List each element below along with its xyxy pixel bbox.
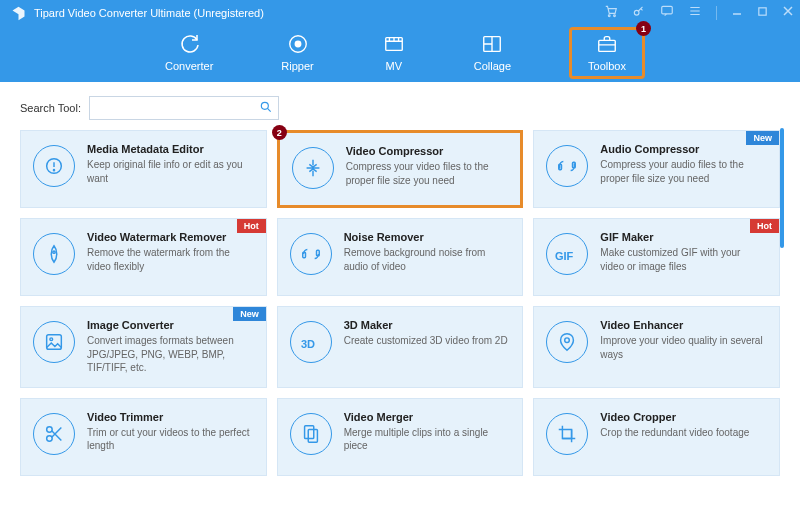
search-label: Search Tool:: [20, 102, 81, 114]
tool-desc: Remove the watermark from the video flex…: [87, 246, 254, 273]
tool-icon: GIF: [546, 233, 588, 275]
tool-text: Video CropperCrop the redundant video fo…: [600, 411, 767, 463]
tool-text: Video MergerMerge multiple clips into a …: [344, 411, 511, 463]
tool-card-gif-maker[interactable]: HotGIFGIF MakerMake customized GIF with …: [533, 218, 780, 296]
svg-rect-9: [599, 40, 616, 51]
tool-desc: Improve your video quality in several wa…: [600, 334, 767, 361]
badge-new: New: [746, 131, 779, 145]
tool-card-audio-compressor[interactable]: NewAudio CompressorCompress your audio f…: [533, 130, 780, 208]
svg-point-6: [295, 41, 301, 47]
tool-text: Video CompressorCompress your video file…: [346, 145, 509, 193]
nav-collage[interactable]: Collage: [464, 28, 521, 76]
search-input[interactable]: [89, 96, 279, 120]
tool-card-video-trimmer[interactable]: Video TrimmerTrim or cut your videos to …: [20, 398, 267, 476]
cart-icon[interactable]: [604, 4, 618, 21]
tool-desc: Compress your audio files to the proper …: [600, 158, 767, 185]
tool-icon: 3D: [290, 321, 332, 363]
svg-point-12: [53, 170, 54, 171]
svg-point-20: [50, 338, 53, 341]
tool-card-image-converter[interactable]: NewImage ConverterConvert images formats…: [20, 306, 267, 388]
minimize-button[interactable]: [731, 5, 743, 20]
tool-desc: Make customized GIF with your video or i…: [600, 246, 767, 273]
tool-title: Video Trimmer: [87, 411, 254, 423]
svg-point-22: [565, 338, 570, 343]
badge-new: New: [233, 307, 266, 321]
tool-desc: Compress your video files to the proper …: [346, 160, 509, 187]
badge-hot: Hot: [750, 219, 779, 233]
toolbox-icon: [595, 32, 619, 56]
annotation-marker-1: 1: [636, 21, 651, 36]
collage-icon: [481, 32, 503, 56]
search-icon[interactable]: [259, 100, 273, 116]
tool-text: Video TrimmerTrim or cut your videos to …: [87, 411, 254, 463]
tool-card-media-metadata-editor[interactable]: Media Metadata EditorKeep original file …: [20, 130, 267, 208]
mv-icon: [382, 32, 406, 56]
app-header: Tipard Video Converter Ultimate (Unregis…: [0, 0, 800, 82]
close-button[interactable]: [782, 5, 794, 20]
key-icon[interactable]: [632, 4, 646, 21]
scrollbar[interactable]: [780, 128, 784, 248]
tool-icon: [290, 233, 332, 275]
tool-text: Image ConverterConvert images formats be…: [87, 319, 254, 375]
svg-rect-4: [759, 7, 766, 14]
tool-icon: [546, 145, 588, 187]
nav-label: Collage: [474, 60, 511, 72]
tool-title: Media Metadata Editor: [87, 143, 254, 155]
tool-card-video-watermark-remover[interactable]: HotVideo Watermark RemoverRemove the wat…: [20, 218, 267, 296]
tool-card-video-merger[interactable]: Video MergerMerge multiple clips into a …: [277, 398, 524, 476]
svg-point-2: [634, 10, 639, 15]
tool-text: Video EnhancerImprove your video quality…: [600, 319, 767, 375]
tool-text: Noise RemoverRemove background noise fro…: [344, 231, 511, 283]
nav-ripper[interactable]: Ripper: [271, 28, 323, 76]
tool-icon: [292, 147, 334, 189]
badge-hot: Hot: [237, 219, 266, 233]
ripper-icon: [287, 32, 309, 56]
tool-card-video-enhancer[interactable]: Video EnhancerImprove your video quality…: [533, 306, 780, 388]
maximize-button[interactable]: [757, 6, 768, 20]
app-title: Tipard Video Converter Ultimate (Unregis…: [34, 7, 264, 19]
tool-title: Noise Remover: [344, 231, 511, 243]
app-logo-icon: [10, 5, 26, 21]
annotation-marker-2: 2: [272, 125, 287, 140]
nav-label: Toolbox: [588, 60, 626, 72]
tool-title: GIF Maker: [600, 231, 767, 243]
nav-mv[interactable]: MV: [372, 28, 416, 76]
svg-rect-3: [662, 6, 673, 14]
tool-desc: Merge multiple clips into a single piece: [344, 426, 511, 453]
tool-text: Media Metadata EditorKeep original file …: [87, 143, 254, 195]
tool-title: Video Watermark Remover: [87, 231, 254, 243]
tool-title: Image Converter: [87, 319, 254, 331]
tool-icon: [546, 413, 588, 455]
svg-point-0: [608, 15, 610, 17]
tool-desc: Crop the redundant video footage: [600, 426, 767, 440]
tool-icon: [33, 145, 75, 187]
tool-title: Video Merger: [344, 411, 511, 423]
svg-point-1: [614, 15, 616, 17]
svg-point-15: [53, 251, 55, 253]
converter-icon: [176, 32, 202, 56]
tool-title: Audio Compressor: [600, 143, 767, 155]
tool-card-video-compressor[interactable]: 2Video CompressorCompress your video fil…: [277, 130, 524, 208]
tool-icon: [33, 321, 75, 363]
main-nav: Converter Ripper MV Collage 1 Toolbox: [0, 26, 800, 82]
nav-toolbox[interactable]: 1 Toolbox: [569, 27, 645, 79]
tool-card-video-cropper[interactable]: Video CropperCrop the redundant video fo…: [533, 398, 780, 476]
tool-desc: Keep original file info or edit as you w…: [87, 158, 254, 185]
tool-desc: Create customized 3D video from 2D: [344, 334, 511, 348]
nav-label: Ripper: [281, 60, 313, 72]
tool-text: 3D MakerCreate customized 3D video from …: [344, 319, 511, 375]
nav-converter[interactable]: Converter: [155, 28, 223, 76]
feedback-icon[interactable]: [660, 4, 674, 21]
svg-rect-19: [47, 335, 62, 350]
tool-card-3d-maker[interactable]: 3D3D MakerCreate customized 3D video fro…: [277, 306, 524, 388]
tool-title: Video Cropper: [600, 411, 767, 423]
tool-card-noise-remover[interactable]: Noise RemoverRemove background noise fro…: [277, 218, 524, 296]
tool-desc: Convert images formats between JPG/JPEG,…: [87, 334, 254, 375]
tool-icon: [546, 321, 588, 363]
search-bar: Search Tool:: [0, 82, 800, 130]
tool-text: Audio CompressorCompress your audio file…: [600, 143, 767, 195]
svg-text:3D: 3D: [301, 338, 315, 350]
menu-icon[interactable]: [688, 4, 702, 21]
nav-label: Converter: [165, 60, 213, 72]
tool-text: Video Watermark RemoverRemove the waterm…: [87, 231, 254, 283]
